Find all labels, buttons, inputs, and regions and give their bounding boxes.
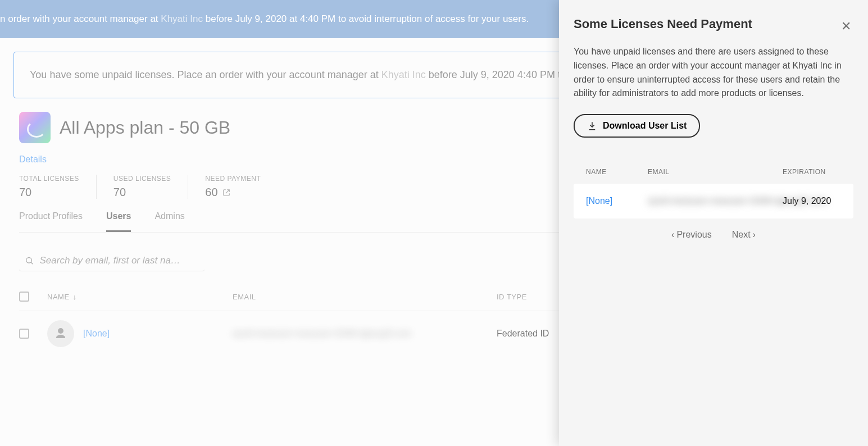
- panel-table-row[interactable]: [None] rjoshi+testuser+newuser+SAM+lgkor…: [574, 184, 853, 219]
- next-button[interactable]: Next›: [732, 230, 756, 240]
- download-icon: [587, 121, 597, 131]
- svg-point-0: [26, 258, 32, 263]
- panel-col-email: EMAIL: [648, 168, 777, 176]
- banner-company: Khyati Inc: [161, 13, 203, 24]
- select-all-checkbox[interactable]: [19, 292, 29, 302]
- stat-total-label: TOTAL LICENSES: [19, 175, 79, 183]
- product-title: All Apps plan - 50 GB: [60, 117, 230, 138]
- search-icon: [25, 256, 34, 266]
- stat-total-value: 70: [19, 186, 79, 199]
- row-checkbox[interactable]: [19, 329, 29, 339]
- row-user-link[interactable]: [None]: [83, 329, 110, 339]
- panel-col-exp: EXPIRATION: [783, 168, 850, 176]
- download-label: Download User List: [603, 121, 687, 131]
- stat-need-label: NEED PAYMENT: [205, 175, 261, 183]
- tab-product-profiles[interactable]: Product Profiles: [19, 211, 83, 232]
- chevron-left-icon: ‹: [671, 230, 674, 240]
- alert-company: Khyati Inc: [381, 69, 426, 80]
- panel-row-name[interactable]: [None]: [586, 196, 642, 206]
- sort-desc-icon: ↓: [73, 293, 77, 301]
- banner-text-suffix: before July 9, 2020 at 4:40 PM to avoid …: [203, 13, 529, 24]
- panel-row-email: rjoshi+testuser+newuser+SAM+lgkorg3l.com: [648, 196, 777, 206]
- need-payment-panel: Some Licenses Need Payment ✕ You have un…: [559, 0, 868, 446]
- col-name-header[interactable]: NAME↓: [47, 293, 233, 301]
- stat-used-value: 70: [113, 186, 171, 199]
- stat-used-label: USED LICENSES: [113, 175, 171, 183]
- alert-prefix: You have some unpaid licenses. Place an …: [30, 69, 381, 80]
- panel-user-list: NAME EMAIL EXPIRATION [None] rjoshi+test…: [574, 160, 853, 240]
- avatar: [47, 320, 74, 347]
- panel-title: Some Licenses Need Payment: [574, 17, 853, 31]
- user-search[interactable]: [19, 251, 204, 271]
- stat-need-value: 60: [205, 186, 217, 199]
- download-user-list-button[interactable]: Download User List: [574, 114, 700, 138]
- panel-pager: ‹Previous Next›: [574, 230, 853, 240]
- search-input[interactable]: [39, 255, 199, 266]
- tab-users[interactable]: Users: [106, 211, 131, 232]
- row-email: rjoshi+testuser+newuser+SAM+lgkorg3l.com: [233, 329, 497, 339]
- chevron-right-icon: ›: [753, 230, 756, 240]
- open-in-panel-icon[interactable]: [222, 189, 230, 197]
- close-icon[interactable]: ✕: [841, 19, 851, 34]
- banner-text-prefix: n order with your account manager at: [0, 13, 161, 24]
- panel-col-name: NAME: [586, 168, 642, 176]
- col-email-header[interactable]: EMAIL: [233, 293, 497, 301]
- previous-button[interactable]: ‹Previous: [671, 230, 712, 240]
- panel-body: You have unpaid licenses and there are u…: [574, 45, 853, 101]
- tab-admins[interactable]: Admins: [154, 211, 184, 232]
- creative-cloud-icon: [19, 112, 51, 143]
